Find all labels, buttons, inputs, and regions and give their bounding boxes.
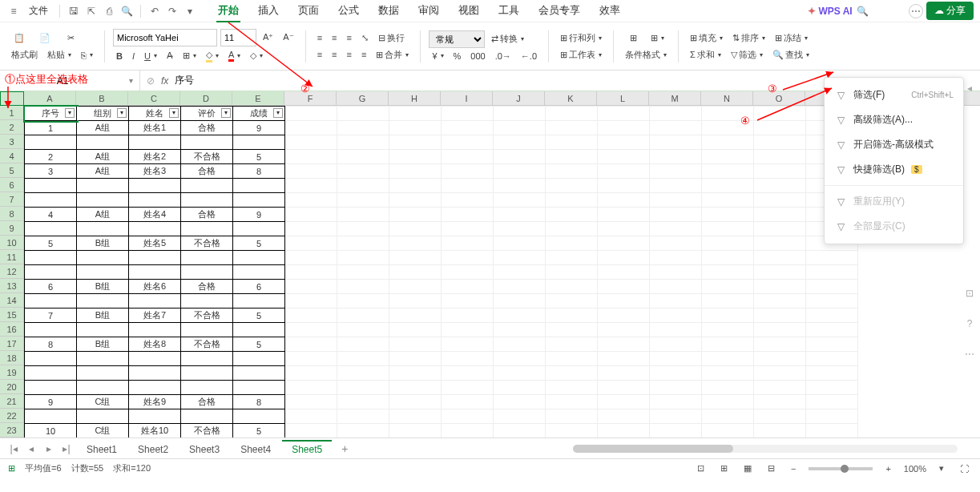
share-button[interactable]: ☁ 分享 xyxy=(926,2,974,20)
cell-O20[interactable] xyxy=(754,381,806,395)
cell-D19[interactable] xyxy=(181,366,233,381)
border-button[interactable]: ⊞▾ xyxy=(179,49,200,63)
cell-F9[interactable] xyxy=(285,222,337,236)
cell-C17[interactable]: 姓名8 xyxy=(129,337,181,352)
cell-G10[interactable] xyxy=(337,236,389,251)
cell-H21[interactable] xyxy=(389,395,442,409)
cell-I4[interactable] xyxy=(442,150,494,164)
cell-L17[interactable] xyxy=(598,337,650,352)
cell-L5[interactable] xyxy=(598,164,650,179)
cell-C13[interactable]: 姓名6 xyxy=(129,280,181,294)
cell-O23[interactable] xyxy=(754,424,806,438)
cell-L11[interactable] xyxy=(598,251,650,265)
cell-E2[interactable]: 9 xyxy=(233,121,285,135)
row-header-7[interactable]: 7 xyxy=(0,192,24,207)
filter-arrow-icon[interactable]: ▾ xyxy=(117,108,127,118)
cell-J19[interactable] xyxy=(494,366,546,381)
cell-A9[interactable] xyxy=(25,222,77,236)
cell-C8[interactable]: 姓名4 xyxy=(129,208,181,222)
strike-button[interactable]: A̶ xyxy=(163,49,176,63)
filter-button[interactable]: ▽ 筛选▾ xyxy=(728,47,766,63)
cell-G2[interactable] xyxy=(337,121,389,135)
fullscreen-icon[interactable]: ⛶ xyxy=(957,464,972,474)
cell-N1[interactable] xyxy=(702,107,754,121)
fx-icon[interactable]: fx xyxy=(161,75,168,87)
cell-B6[interactable] xyxy=(77,179,129,193)
search-icon[interactable]: 🔍 xyxy=(856,4,870,18)
cell-F15[interactable] xyxy=(285,309,337,323)
cell-E14[interactable] xyxy=(233,294,285,309)
cell-A8[interactable]: 4 xyxy=(25,208,77,222)
col-header-C[interactable]: C xyxy=(128,91,180,105)
cell-B1[interactable]: 组别▾ xyxy=(77,107,129,121)
cell-B16[interactable] xyxy=(77,323,129,337)
cell-C5[interactable]: 姓名3 xyxy=(129,164,181,179)
cell-L18[interactable] xyxy=(598,352,650,366)
cell-G17[interactable] xyxy=(337,337,389,352)
cell-K12[interactable] xyxy=(546,265,598,280)
cell-C16[interactable] xyxy=(129,323,181,337)
cell-J6[interactable] xyxy=(494,179,546,193)
cell-F18[interactable] xyxy=(285,352,337,366)
cell-J17[interactable] xyxy=(494,337,546,352)
cell-H13[interactable] xyxy=(389,280,442,294)
col-header-H[interactable]: H xyxy=(389,91,441,105)
cell-H5[interactable] xyxy=(389,164,442,179)
filter-arrow-icon[interactable]: ▾ xyxy=(221,108,231,118)
cell-J18[interactable] xyxy=(494,352,546,366)
increase-font-button[interactable]: A⁺ xyxy=(260,30,276,44)
cell-M10[interactable] xyxy=(650,236,702,251)
filter-menu-item[interactable]: ▽高级筛选(A)... xyxy=(825,107,963,132)
row-col-button[interactable]: ⊞ 行和列▾ xyxy=(557,30,605,46)
cell-K15[interactable] xyxy=(546,309,598,323)
clear-format-button[interactable]: ◇▾ xyxy=(247,49,266,63)
cell-N14[interactable] xyxy=(702,294,754,309)
cell-I2[interactable] xyxy=(442,121,494,135)
cell-B4[interactable]: A组 xyxy=(77,150,129,164)
cell-E16[interactable] xyxy=(233,323,285,337)
cell-K22[interactable] xyxy=(546,409,598,424)
cell-I12[interactable] xyxy=(442,265,494,280)
cell-F21[interactable] xyxy=(285,395,337,409)
cell-K9[interactable] xyxy=(546,222,598,236)
comma-button[interactable]: 000 xyxy=(467,50,488,63)
cell-H8[interactable] xyxy=(389,208,442,222)
cell-M17[interactable] xyxy=(650,337,702,352)
cell-A20[interactable] xyxy=(25,381,77,395)
cell-K11[interactable] xyxy=(546,251,598,265)
cell-D17[interactable]: 不合格 xyxy=(181,337,233,352)
row-header-23[interactable]: 23 xyxy=(0,423,24,438)
cell-G9[interactable] xyxy=(337,222,389,236)
zoom-dropdown-icon[interactable]: ▾ xyxy=(936,463,947,474)
cell-G18[interactable] xyxy=(337,352,389,366)
tab-efficiency[interactable]: 效率 xyxy=(598,0,622,22)
tab-page[interactable]: 页面 xyxy=(296,0,321,22)
cell-P16[interactable] xyxy=(806,323,858,337)
cell-D9[interactable] xyxy=(181,222,233,236)
cell-C20[interactable] xyxy=(129,381,181,395)
cell-F2[interactable] xyxy=(285,121,337,135)
print-icon[interactable]: ⎙ xyxy=(102,4,116,18)
cell-O18[interactable] xyxy=(754,352,806,366)
cell-F17[interactable] xyxy=(285,337,337,352)
worksheet-button[interactable]: ⊞ 工作表▾ xyxy=(557,47,605,63)
cell-J23[interactable] xyxy=(494,424,546,438)
filter-arrow-icon[interactable]: ▾ xyxy=(169,108,179,118)
cell-J4[interactable] xyxy=(494,150,546,164)
cell-L22[interactable] xyxy=(598,409,650,424)
cell-I6[interactable] xyxy=(442,179,494,193)
cell-C7[interactable] xyxy=(129,193,181,208)
font-color-button[interactable]: A▾ xyxy=(225,48,244,63)
merge-button[interactable]: ⊞ 合并▾ xyxy=(373,47,412,63)
cell-E1[interactable]: 成绩▾ xyxy=(233,107,285,121)
cell-N17[interactable] xyxy=(702,337,754,352)
format-painter-button[interactable]: 📋 xyxy=(8,30,30,46)
cell-P14[interactable] xyxy=(806,294,858,309)
cloud-icon[interactable]: ⋯ xyxy=(909,4,923,18)
cell-J9[interactable] xyxy=(494,222,546,236)
cell-L15[interactable] xyxy=(598,309,650,323)
cell-N2[interactable] xyxy=(702,121,754,135)
cell-P11[interactable] xyxy=(806,251,858,265)
cell-E10[interactable]: 5 xyxy=(233,236,285,251)
cell-O5[interactable] xyxy=(754,164,806,179)
